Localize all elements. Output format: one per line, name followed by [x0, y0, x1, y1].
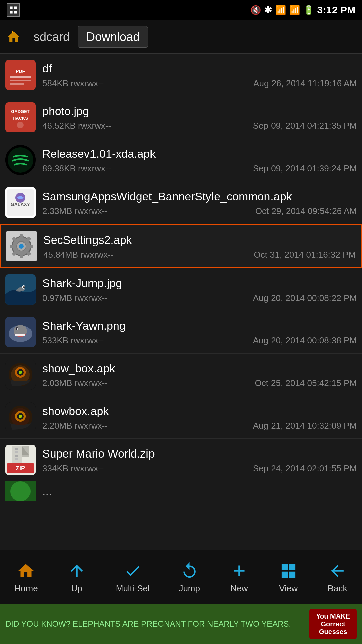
file-info: Releasev1.01-xda.apk 89.38KB rwxrwx-- Se…	[42, 146, 357, 173]
file-icon-showbox2	[5, 402, 36, 432]
svg-point-34	[23, 286, 25, 288]
bottom-toolbar: Home Up Multi-Sel Jump N	[0, 550, 362, 604]
file-meta: 2.20MB rwxrwx-- Aug 21, 2014 10:32:09 PM	[42, 421, 357, 431]
file-name: df	[42, 61, 357, 76]
file-name: show_box.apk	[42, 361, 357, 376]
file-name: SamsungAppsWidget_BannerStyle_common.apk	[42, 189, 357, 204]
toolbar-view-label: View	[279, 583, 298, 594]
svg-text:ZIP: ZIP	[16, 465, 25, 472]
file-info: photo.jpg 46.52KB rwxrwx-- Sep 09, 2014 …	[42, 104, 357, 131]
svg-text:PDF: PDF	[16, 69, 25, 74]
file-date: Oct 31, 2014 01:16:32 PM	[254, 250, 356, 260]
breadcrumb-download[interactable]: Download	[78, 26, 148, 48]
ad-button[interactable]: You MAKEGorrectGuesses	[309, 609, 357, 639]
list-item[interactable]: Shark-Jump.jpg 0.97MB rwxrwx-- Aug 20, 2…	[0, 268, 362, 311]
file-name: Shark-Yawn.png	[42, 318, 357, 333]
list-item[interactable]: GADGET HACKS photo.jpg 46.52KB rwxrwx-- …	[0, 96, 362, 139]
file-date: Aug 21, 2014 10:32:09 PM	[253, 421, 357, 431]
battery-icon: 🔋	[303, 5, 314, 15]
svg-rect-24	[20, 234, 23, 238]
jump-icon	[179, 560, 199, 581]
file-name: Releasev1.01-xda.apk	[42, 146, 357, 161]
svg-point-13	[17, 122, 24, 128]
list-item[interactable]: Releasev1.01-xda.apk 89.38KB rwxrwx-- Se…	[0, 139, 362, 181]
file-name: photo.jpg	[42, 104, 357, 118]
file-info: ...	[42, 484, 357, 498]
file-name: showbox.apk	[42, 404, 357, 418]
file-date: Aug 26, 2014 11:19:16 AM	[253, 78, 357, 89]
file-name: ...	[42, 484, 357, 498]
svg-point-40	[17, 328, 18, 330]
breadcrumb-sdcard[interactable]: sdcard	[25, 26, 78, 47]
ad-text: DID YOU KNOW? ELEPHANTS ARE PREGNANT FOR…	[5, 618, 309, 630]
file-list: PDF df 584KB rwxrwx-- Aug 26, 2014 11:19…	[0, 54, 362, 550]
svg-point-52	[19, 415, 22, 418]
file-icon-gadgethacks: GADGET HACKS	[5, 102, 36, 132]
svg-rect-9	[10, 83, 24, 85]
svg-rect-0	[10, 7, 13, 9]
file-name: Shark-Jump.jpg	[42, 276, 357, 290]
list-item[interactable]: GALAXY SamsungAppsWidget_BannerStyle_com…	[0, 181, 362, 224]
file-info: showbox.apk 2.20MB rwxrwx-- Aug 21, 2014…	[42, 404, 357, 431]
toolbar-back-label: Back	[328, 583, 347, 594]
list-item-selected[interactable]: SecSettings2.apk 45.84MB rwxrwx-- Oct 31…	[0, 224, 362, 268]
svg-rect-1	[14, 7, 17, 9]
toolbar-multisel[interactable]: Multi-Sel	[116, 560, 150, 594]
file-date: Sep 09, 2014 01:39:24 PM	[253, 163, 357, 174]
file-date: Oct 29, 2014 09:54:26 AM	[255, 206, 357, 216]
file-date: Oct 25, 2014 05:42:15 PM	[255, 378, 357, 388]
home-nav-icon[interactable]	[5, 29, 22, 45]
list-item[interactable]: Shark-Yawn.png 533KB rwxrwx-- Aug 20, 20…	[0, 311, 362, 354]
toolbar-back[interactable]: Back	[327, 560, 348, 594]
file-icon-shark2	[5, 317, 36, 347]
svg-rect-3	[14, 11, 17, 13]
file-meta: 46.52KB rwxrwx-- Sep 09, 2014 04:21:35 P…	[42, 121, 357, 131]
file-meta: 334KB rwxrwx-- Sep 24, 2014 02:01:55 PM	[42, 463, 357, 474]
file-meta: 584KB rwxrwx-- Aug 26, 2014 11:19:16 AM	[42, 78, 357, 89]
file-icon-partial	[5, 481, 36, 501]
list-item[interactable]: showbox.apk 2.20MB rwxrwx-- Aug 21, 2014…	[0, 396, 362, 439]
toolbar-jump[interactable]: Jump	[179, 560, 200, 594]
file-icon-galaxy: GALAXY	[5, 187, 36, 218]
ad-content: DID YOU KNOW? ELEPHANTS ARE PREGNANT FOR…	[5, 619, 291, 628]
svg-rect-7	[10, 76, 31, 78]
svg-rect-38	[15, 334, 25, 336]
list-item[interactable]: show_box.apk 2.03MB rwxrwx-- Oct 25, 201…	[0, 354, 362, 396]
file-size-perms: 46.52KB rwxrwx--	[42, 121, 111, 131]
list-item-partial[interactable]: ...	[0, 481, 362, 501]
toolbar-up[interactable]: Up	[67, 560, 87, 594]
file-date: Aug 20, 2014 00:08:22 PM	[253, 293, 357, 303]
list-item[interactable]: PDF df 584KB rwxrwx-- Aug 26, 2014 11:19…	[0, 54, 362, 96]
toolbar-jump-label: Jump	[179, 583, 200, 594]
new-icon	[229, 560, 249, 581]
toolbar-new[interactable]: New	[229, 560, 249, 594]
file-date: Aug 20, 2014 00:08:38 PM	[253, 335, 357, 346]
svg-rect-27	[29, 245, 33, 248]
toolbar-view[interactable]: View	[278, 560, 298, 594]
svg-rect-59	[15, 451, 18, 453]
toolbar-new-label: New	[231, 583, 248, 594]
view-icon	[278, 560, 298, 581]
list-item[interactable]: ZIP Super Mario World.zip 334KB rwxrwx--…	[0, 439, 362, 481]
file-size-perms: 2.03MB rwxrwx--	[42, 378, 108, 388]
file-icon-spotify	[5, 145, 36, 175]
file-info: df 584KB rwxrwx-- Aug 26, 2014 11:19:16 …	[42, 61, 357, 88]
toolbar-up-label: Up	[71, 583, 82, 594]
svg-rect-60	[15, 455, 18, 457]
ad-banner: DID YOU KNOW? ELEPHANTS ARE PREGNANT FOR…	[0, 604, 362, 644]
file-meta: 2.33MB rwxrwx-- Oct 29, 2014 09:54:26 AM	[42, 206, 357, 216]
multisel-icon	[123, 560, 143, 581]
svg-point-23	[19, 244, 24, 249]
file-icon-pdf: PDF	[5, 60, 36, 90]
file-icon-showbox	[5, 360, 36, 390]
svg-point-63	[10, 481, 31, 501]
file-icon-shark1	[5, 274, 36, 305]
svg-point-46	[19, 371, 22, 374]
file-size-perms: 334KB rwxrwx--	[42, 463, 104, 474]
file-size-perms: 0.97MB rwxrwx--	[42, 293, 108, 303]
ad-button-text: You MAKEGorrectGuesses	[316, 612, 350, 635]
file-info: Super Mario World.zip 334KB rwxrwx-- Sep…	[42, 446, 357, 473]
file-info: Shark-Yawn.png 533KB rwxrwx-- Aug 20, 20…	[42, 318, 357, 345]
file-info: SecSettings2.apk 45.84MB rwxrwx-- Oct 31…	[43, 232, 356, 260]
toolbar-home[interactable]: Home	[14, 560, 38, 594]
